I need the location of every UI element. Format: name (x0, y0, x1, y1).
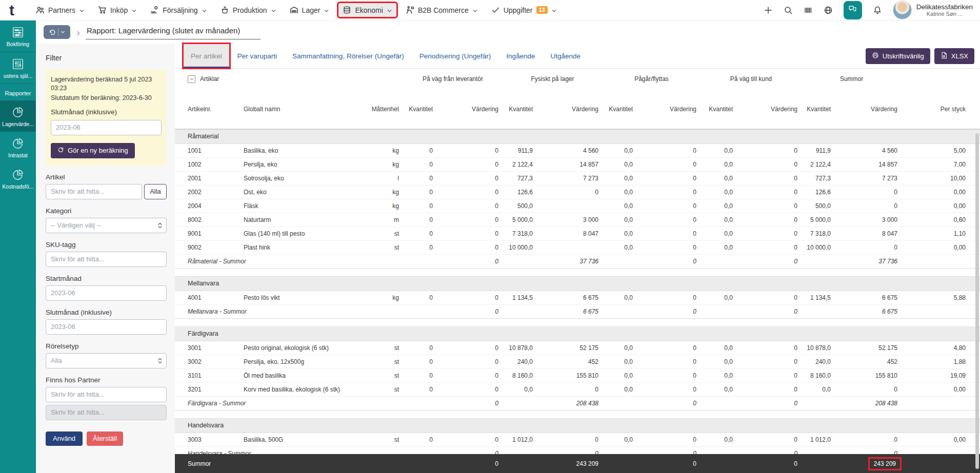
kategori-select[interactable]: -- Vänligen välj -- (46, 218, 167, 233)
section-header-row: Mellanvara (175, 276, 980, 291)
xlsx-export-button[interactable]: XLSX (934, 48, 974, 64)
cell: 0 (437, 185, 503, 199)
tab-per-varuparti[interactable]: Per varuparti (230, 44, 285, 68)
barcode-icon[interactable] (804, 6, 813, 15)
history-button[interactable] (44, 25, 70, 39)
cell: 0 (403, 291, 437, 304)
cell: 0 (437, 157, 503, 171)
finns-hos-partner-secondary-input[interactable] (46, 405, 167, 420)
tab-utg-ende[interactable]: Utgående (543, 44, 589, 68)
cell: 5,00 (902, 143, 980, 157)
sidebar-section-label: Rapporter (0, 84, 36, 100)
cell: 0 (403, 143, 437, 157)
cell: 8002 (175, 213, 244, 227)
apply-button[interactable]: Använd (46, 431, 83, 446)
plus-icon[interactable] (764, 6, 773, 15)
nav-item-b2b-commerce[interactable]: B2B Commerce (402, 3, 482, 17)
cell: st (369, 355, 403, 368)
cell: 0 (737, 433, 802, 446)
nav-item-lager[interactable]: Lager (286, 3, 334, 17)
column-header: Kvantitet (503, 89, 537, 129)
sku-tagg-input[interactable] (46, 252, 167, 267)
column-header: Globalt namn (244, 89, 369, 129)
nav-item-uppgifter[interactable]: Uppgifter13 (487, 3, 561, 17)
tab-sammanfattning-r-relser-ungef-r-[interactable]: Sammanfattning, Rörelser (Ungefär) (285, 44, 412, 68)
cell: Fläsk (244, 199, 369, 213)
tab-ing-ende[interactable]: Ingående (498, 44, 543, 68)
slutm-nad-inklusive--input[interactable] (46, 319, 167, 335)
tab-per-artikel[interactable]: Per artikel (183, 44, 230, 68)
articles-group-label: Artiklar (200, 75, 219, 83)
column-group-header: Pågår/flyttas (603, 69, 701, 89)
report-main: Per artikelPer varupartiSammanfattning, … (175, 44, 980, 473)
globe-icon[interactable] (824, 6, 833, 15)
cell: 3101 (175, 368, 244, 382)
cell: 9001 (175, 227, 244, 240)
column-header: Värdering (437, 89, 503, 129)
chevron-down-icon (271, 7, 276, 13)
sidebar-item-ustera-sj-l-[interactable]: ustera själ... (0, 52, 36, 84)
tab-periodisering-ungef-r-[interactable]: Periodisering (Ungefär) (412, 44, 499, 68)
article-row: 9001Glas (140 ml) till pestost007 318,08… (175, 227, 980, 240)
sidebar-item-kostnadsf-[interactable]: Kostnadsfö... (0, 163, 36, 194)
cell: 10 000,0 (802, 240, 835, 254)
cell: 2 122,4 (802, 157, 835, 171)
app-logo[interactable]: t (9, 2, 32, 19)
end-month-input[interactable] (51, 120, 162, 135)
cell: 500,0 (503, 199, 537, 213)
avatar (893, 1, 912, 19)
artikel-search-input[interactable] (46, 184, 142, 199)
annotated-total-value: 243 209 (868, 457, 902, 470)
nav-item-label: Uppgifter (504, 6, 533, 14)
finns-hos-partner-search-input[interactable] (46, 387, 167, 402)
cell: 0,0 (503, 382, 537, 396)
print-button[interactable]: Utskriftsvänlig (866, 48, 930, 64)
grand-total-cell: 0 (437, 454, 503, 473)
field-label: Rörelsetyp (46, 342, 167, 350)
cell: 3 000 (835, 213, 902, 227)
cell: 0 (437, 199, 503, 213)
account-menu[interactable]: Delikatessfabriken Katrine Søn ... (893, 1, 973, 19)
nav-item-f-rs-ljning[interactable]: Försäljning (146, 3, 211, 17)
nav-item-ink-p[interactable]: Inköp (94, 3, 141, 17)
cell: m (369, 213, 403, 227)
vertical-scrollbar[interactable] (975, 133, 979, 469)
cell: 911,9 (503, 143, 537, 157)
nav-item-partners[interactable]: Partners (32, 3, 89, 17)
cell: 0,0 (701, 199, 737, 213)
search-icon[interactable] (784, 6, 793, 15)
cell: 0 (637, 199, 701, 213)
startm-nad-input[interactable] (46, 285, 167, 301)
cell: 0,0 (603, 291, 637, 304)
sidebar-item-intrastat[interactable]: Intrastat (0, 132, 36, 163)
cell: 0 (737, 199, 802, 213)
reset-button[interactable]: Återställ (87, 431, 123, 446)
cell: 0 (835, 185, 902, 199)
production-icon (221, 6, 229, 14)
sidebar-item-lagerv-rde-[interactable]: Lagervärde... (0, 100, 36, 132)
sidebar-item-bokf-ring[interactable]: Bokföring (0, 20, 36, 52)
cell: 0,0 (701, 227, 737, 240)
cell: 8 160,0 (802, 368, 835, 382)
sidebar-item-label: Kostnadsfö... (2, 183, 33, 190)
cell: 0 (403, 382, 437, 396)
cell: 0 (737, 355, 802, 368)
cell: 5,88 (902, 291, 980, 304)
cell: st (369, 341, 403, 355)
collapse-articles-button[interactable]: − (188, 75, 195, 83)
r-relsetyp-select[interactable]: Alla (46, 353, 167, 368)
chat-button[interactable] (844, 1, 862, 19)
nav-item-ekonomi[interactable]: Ekonomi (338, 3, 396, 17)
sidebar-item-label: Intrastat (8, 152, 28, 158)
article-row: 2002Ost, ekokg00126,600,000,00126,600,00 (175, 185, 980, 199)
cell: 4001 (175, 291, 244, 304)
artikel-all-button[interactable]: Alla (144, 184, 167, 199)
nav-item-produktion[interactable]: Produktion (216, 3, 281, 17)
cell: 0 (737, 143, 802, 157)
cell: 727,3 (802, 171, 835, 185)
recalculate-button[interactable]: Gör en ny beräkning (51, 143, 135, 158)
summary-cell (369, 304, 403, 318)
page-title[interactable]: Rapport: Lagervärdering (slutet av månad… (86, 25, 261, 39)
bell-icon[interactable] (873, 6, 882, 15)
summary-cell: 0 (737, 396, 802, 410)
